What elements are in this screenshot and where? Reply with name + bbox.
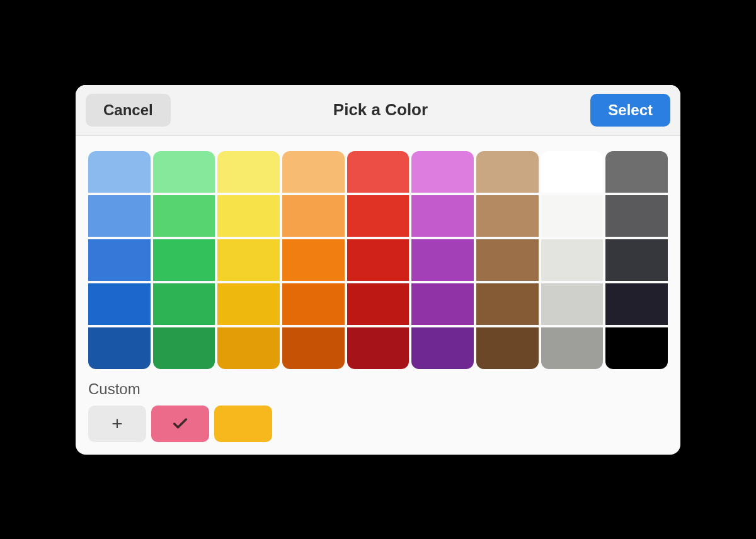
- color-swatch[interactable]: [411, 195, 474, 237]
- color-swatch[interactable]: [153, 283, 215, 325]
- color-swatch[interactable]: [347, 239, 410, 281]
- dialog-body: Custom +: [76, 136, 680, 455]
- color-swatch[interactable]: [153, 195, 215, 237]
- check-icon: [171, 415, 189, 433]
- color-swatch[interactable]: [88, 151, 151, 193]
- color-swatch[interactable]: [282, 327, 345, 369]
- add-custom-color-button[interactable]: +: [88, 406, 146, 442]
- color-swatch[interactable]: [605, 283, 668, 325]
- color-swatch[interactable]: [282, 151, 345, 193]
- color-swatch[interactable]: [476, 195, 539, 237]
- color-swatch[interactable]: [541, 239, 604, 281]
- color-swatch[interactable]: [411, 151, 474, 193]
- color-swatch[interactable]: [217, 239, 280, 281]
- color-palette: [88, 151, 668, 369]
- custom-color-swatch[interactable]: [151, 406, 209, 442]
- color-swatch[interactable]: [217, 151, 280, 193]
- color-swatch[interactable]: [153, 239, 215, 281]
- color-swatch[interactable]: [217, 327, 280, 369]
- color-swatch[interactable]: [476, 239, 539, 281]
- color-picker-dialog: Cancel Pick a Color Select Custom +: [76, 85, 680, 455]
- color-swatch[interactable]: [347, 195, 410, 237]
- color-swatch[interactable]: [476, 327, 539, 369]
- color-swatch[interactable]: [411, 239, 474, 281]
- color-swatch[interactable]: [605, 195, 668, 237]
- color-swatch[interactable]: [282, 283, 345, 325]
- dialog-title: Pick a Color: [171, 100, 591, 120]
- color-swatch[interactable]: [541, 195, 604, 237]
- color-swatch[interactable]: [282, 195, 345, 237]
- color-swatch[interactable]: [411, 283, 474, 325]
- color-swatch[interactable]: [541, 283, 604, 325]
- color-swatch[interactable]: [153, 151, 215, 193]
- custom-color-swatch[interactable]: [214, 406, 272, 442]
- color-swatch[interactable]: [541, 327, 604, 369]
- color-swatch[interactable]: [541, 151, 604, 193]
- color-swatch[interactable]: [88, 195, 151, 237]
- color-swatch[interactable]: [476, 283, 539, 325]
- color-swatch[interactable]: [347, 151, 410, 193]
- color-swatch[interactable]: [217, 195, 280, 237]
- color-swatch[interactable]: [282, 239, 345, 281]
- plus-icon: +: [112, 414, 123, 433]
- color-swatch[interactable]: [88, 283, 151, 325]
- color-swatch[interactable]: [153, 327, 215, 369]
- select-button[interactable]: Select: [590, 94, 670, 127]
- color-swatch[interactable]: [605, 327, 668, 369]
- cancel-button[interactable]: Cancel: [86, 94, 171, 127]
- color-swatch[interactable]: [88, 239, 151, 281]
- custom-color-row: +: [88, 406, 668, 442]
- color-swatch[interactable]: [217, 283, 280, 325]
- color-swatch[interactable]: [605, 151, 668, 193]
- color-swatch[interactable]: [88, 327, 151, 369]
- color-swatch[interactable]: [411, 327, 474, 369]
- color-swatch[interactable]: [347, 327, 410, 369]
- custom-section-label: Custom: [88, 380, 668, 398]
- color-swatch[interactable]: [347, 283, 410, 325]
- color-swatch[interactable]: [476, 151, 539, 193]
- color-swatch[interactable]: [605, 239, 668, 281]
- dialog-header: Cancel Pick a Color Select: [76, 85, 680, 136]
